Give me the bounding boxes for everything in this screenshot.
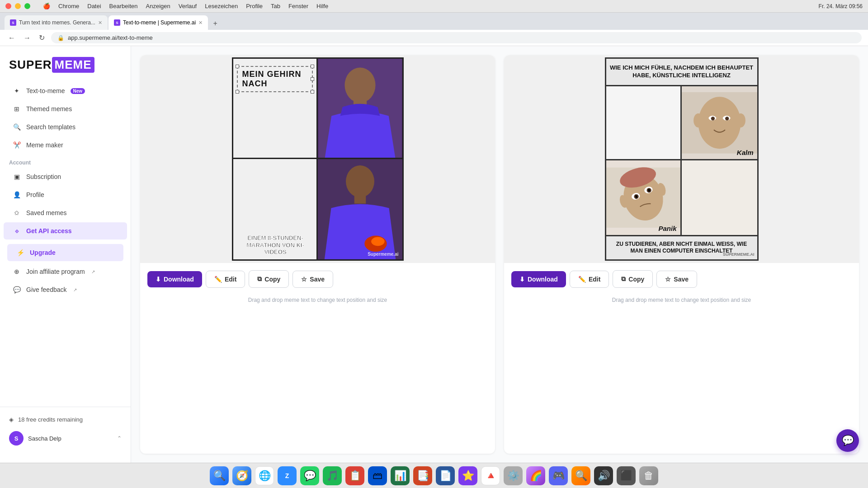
dock-trello[interactable]: 🗃 [368,466,387,485]
edit-icon-1: ✏️ [214,276,222,283]
dock-safari[interactable]: 🧭 [232,466,251,485]
meme1-bottom-right: Supermeme.ai [318,159,402,259]
handle-tr[interactable] [311,65,314,68]
dock-settings[interactable]: ⚙️ [504,466,523,485]
sidebar-label-text-to-meme: Text-to-meme [26,87,65,94]
sidebar-item-subscription[interactable]: ▣ Subscription [4,168,127,185]
dock-chrome[interactable]: 🌐 [255,466,274,485]
meme1-download-button[interactable]: ⬇ Download [147,271,202,287]
meme1-bottom-text-overlay: EINEM 8-STUNDEN-MARATHON VON KI-VIDEOS [233,231,318,259]
menu-fenster[interactable]: Fenster [288,3,308,9]
sidebar-item-search-templates[interactable]: 🔍 Search templates [4,118,127,136]
dock-powerpoint[interactable]: 📑 [413,466,432,485]
svg-point-1 [344,67,375,103]
sidebar-item-get-api[interactable]: ⟐ Get API access [4,222,127,239]
maximize-button[interactable] [24,3,30,9]
menu-profile[interactable]: Profile [246,3,263,9]
tab-2[interactable]: S Text-to-meme | Supermeme.ai ✕ [108,15,208,30]
menu-anzeigen[interactable]: Anzeigen [146,3,170,9]
meme2-download-button[interactable]: ⬇ Download [511,271,566,287]
meme1-bottom-text: EINEM 8-STUNDEN-MARATHON VON KI-VIDEOS [237,235,314,256]
meme1-save-label: Save [310,276,325,283]
save-icon-1: ☆ [301,276,307,283]
dock-trash[interactable]: 🗑 [639,466,658,485]
menu-lesezeichen[interactable]: Lesezeichen [205,3,238,9]
menu-chrome[interactable]: Chrome [58,3,79,9]
sidebar-item-saved-memes[interactable]: ✩ Saved memes [4,204,127,221]
dock-mission[interactable]: ⬛ [617,466,636,485]
meme1-save-button[interactable]: ☆ Save [292,271,333,288]
meme2-grid: WIE ICH MICH FÜHLE, NACHDEM ICH BEHAUPTE… [605,57,759,261]
menu-apple[interactable]: 🍎 [43,3,50,9]
tab-1[interactable]: S Turn text into memes. Genera... ✕ [5,15,108,30]
kalm-label: Kalm [737,149,754,156]
handle-mr[interactable] [311,77,314,81]
menu-hilfe[interactable]: Hilfe [316,3,328,9]
close-button[interactable] [5,3,11,9]
meme1-edit-button[interactable]: ✏️ Edit [206,271,245,288]
tab-strip: S Turn text into memes. Genera... ✕ S Te… [5,13,863,30]
dock-word[interactable]: 📄 [436,466,455,485]
meme1-top-left: MEIN GEHIRN NACH [233,59,318,159]
reload-button[interactable]: ↻ [37,33,47,42]
svg-point-15 [736,113,745,127]
handle-br[interactable] [311,90,314,94]
menu-verlauf[interactable]: Verlauf [179,3,197,9]
meme2-copy-button[interactable]: ⧉ Copy [613,270,653,288]
dock-zoom[interactable]: Z [278,466,297,485]
dock-arc[interactable]: 🌈 [526,466,545,485]
sidebar-item-profile[interactable]: 👤 Profile [4,186,127,203]
meme2-save-label: Save [674,276,689,283]
handle-bl[interactable] [236,90,239,94]
svg-point-7 [371,237,385,246]
meme2-edit-button[interactable]: ✏️ Edit [570,271,609,288]
meme1-hint: Drag and drop meme text to change text p… [140,295,495,309]
panik-label: Panik [658,225,676,232]
sidebar-item-upgrade[interactable]: ⚡ Upgrade [7,244,123,261]
dock-excel[interactable]: 📊 [391,466,410,485]
meme2-bot-left: Panik [606,160,682,235]
download-icon-1: ⬇ [156,276,161,283]
download-icon-2: ⬇ [519,276,525,283]
tab-favicon-2: S [114,19,120,26]
sidebar-label-meme-maker: Meme maker [26,141,63,149]
meme2-save-button[interactable]: ☆ Save [656,271,697,288]
sidebar-item-themed-memes[interactable]: ⊞ Themed memes [4,100,127,117]
back-button[interactable]: ← [6,34,17,42]
copy-icon-1: ⧉ [257,275,262,283]
handle-tl[interactable] [236,65,239,68]
sidebar-item-affiliate[interactable]: ⊕ Join affiliate program ↗ [4,263,127,280]
sidebar-item-feedback[interactable]: 💬 Give feedback ↗ [4,281,127,298]
saved-memes-icon: ✩ [13,209,21,217]
tab-1-close[interactable]: ✕ [98,20,102,26]
menu-bearbeiten[interactable]: Bearbeiten [109,3,138,9]
minimize-button[interactable] [15,3,21,9]
dock-spotify[interactable]: 🎵 [323,466,342,485]
dock-finder[interactable]: 🔍 [210,466,229,485]
dock-todoist[interactable]: 📋 [345,466,364,485]
chat-fab-button[interactable]: 💬 [836,429,859,452]
menu-tab[interactable]: Tab [271,3,280,9]
logo[interactable]: SUPER MEME [9,57,122,73]
tab-2-close[interactable]: ✕ [198,20,203,26]
menu-datei[interactable]: Datei [87,3,101,9]
dock-discord[interactable]: 🎮 [549,466,568,485]
sidebar-item-text-to-meme[interactable]: ✦ Text-to-meme New [4,82,127,99]
forward-button[interactable]: → [22,34,33,42]
logo-super: SUPER [9,58,52,72]
sidebar-item-meme-maker[interactable]: ✂️ Meme maker [4,136,127,154]
edit-icon-2: ✏️ [578,276,586,283]
user-row[interactable]: S Sascha Delp ⌃ [0,427,131,450]
dock-whatsapp[interactable]: 💬 [300,466,319,485]
new-badge: New [71,88,85,94]
meme1-text-selection[interactable]: MEIN GEHIRN NACH [237,66,313,92]
dock-audio[interactable]: 🔊 [594,466,613,485]
meme1-copy-button[interactable]: ⧉ Copy [249,270,289,288]
dock-starred[interactable]: ⭐ [458,466,477,485]
url-bar[interactable]: 🔒 app.supermeme.ai/text-to-meme [51,32,862,43]
dock-search2[interactable]: 🔍 [571,466,590,485]
sidebar-label-upgrade: Upgrade [30,249,56,256]
meme2-copy-label: Copy [628,276,644,283]
dock-drive[interactable]: 🔺 [481,466,500,485]
new-tab-button[interactable]: + [209,17,222,30]
